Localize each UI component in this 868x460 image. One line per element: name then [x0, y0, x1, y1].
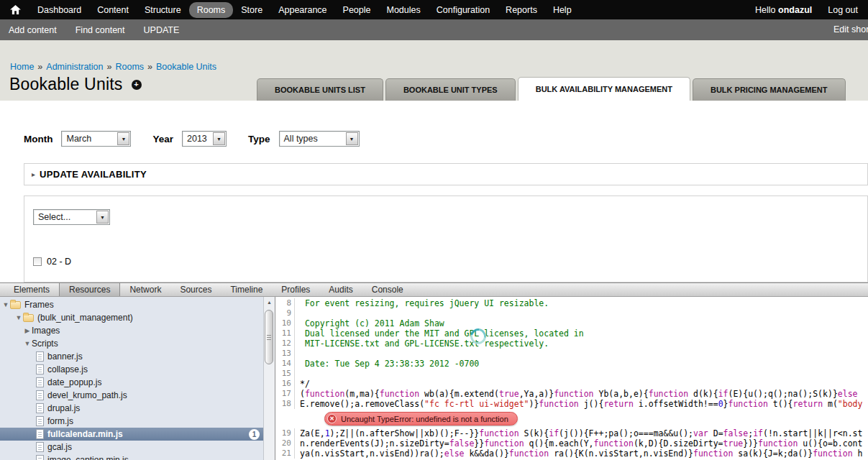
source-viewer[interactable]: 8 For event resizing, requires jQuery UI…: [275, 297, 868, 460]
tree-item--bulk-unit-management-[interactable]: ▼(bulk_unit_management): [0, 311, 264, 324]
tree-item-gcal-js[interactable]: gcal.js: [0, 441, 264, 454]
devtools-tab-profiles[interactable]: Profiles: [272, 283, 319, 296]
tree-item-image-caption-min-js[interactable]: image_caption.min.js: [0, 454, 264, 460]
breadcrumb-link-rooms[interactable]: Rooms: [115, 62, 144, 72]
admin-menu-item-configuration[interactable]: Configuration: [429, 2, 498, 18]
devtools-tab-sources[interactable]: Sources: [170, 283, 221, 296]
admin-menu-item-help[interactable]: Help: [545, 2, 580, 18]
devtools-tab-timeline[interactable]: Timeline: [221, 283, 272, 296]
tree-item-form-js[interactable]: form.js: [0, 415, 264, 428]
comment-text: For event resizing, requires jQuery UI r…: [300, 298, 549, 308]
disclosure-expanded-icon[interactable]: ▼: [1, 301, 10, 308]
comment-text: Copyright (c) 2011 Adam Shaw: [300, 318, 444, 328]
admin-menu-item-store[interactable]: Store: [233, 2, 270, 18]
admin-menu-item-people[interactable]: People: [335, 2, 379, 18]
line-number: 21: [275, 448, 295, 459]
line-number: 20: [275, 438, 295, 448]
logout-link[interactable]: Log out: [828, 5, 858, 15]
disclosure-expanded-icon[interactable]: ▼: [23, 340, 32, 347]
tree-item-label: gcal.js: [47, 442, 72, 452]
select-value: 2013: [187, 134, 207, 144]
tree-item-scripts[interactable]: ▼Scripts: [0, 337, 264, 350]
tree-item-drupal-js[interactable]: drupal.js: [0, 402, 264, 415]
tree-item-images[interactable]: ▶Images: [0, 324, 264, 337]
breadcrumb-link-administration[interactable]: Administration: [46, 62, 103, 72]
tree-item-fullcalendar-min-js[interactable]: fullcalendar.min.js1: [0, 428, 264, 441]
shortcut-add-content[interactable]: Add content: [9, 25, 57, 35]
filter-row: MonthMarch▼Year2013▼TypeAll types▼: [24, 131, 360, 147]
error-bubble: ✕Uncaught TypeError: undefined is not a …: [324, 412, 518, 426]
filter-select-month[interactable]: March▼: [61, 131, 131, 147]
tab-bookable-units-list[interactable]: BOOKABLE UNITS LIST: [257, 78, 383, 101]
disclosure-collapsed-icon[interactable]: ▶: [23, 327, 32, 334]
breadcrumb-separator: »: [104, 62, 116, 72]
devtools-tab-audits[interactable]: Audits: [319, 283, 362, 296]
source-line: 9: [275, 308, 868, 318]
line-number: 19: [275, 428, 295, 438]
tree-item-label: devel_krumo_path.js: [47, 390, 127, 400]
tree-item-collapse-js[interactable]: collapse.js: [0, 363, 264, 376]
devtools-tab-network[interactable]: Network: [120, 283, 170, 296]
dropdown-arrow-icon[interactable]: ▼: [213, 132, 225, 145]
scrollbar-up-arrow[interactable]: ▲: [264, 297, 275, 307]
admin-menu-item-reports[interactable]: Reports: [498, 2, 545, 18]
file-icon: [36, 416, 44, 426]
line-number: 15: [275, 369, 295, 379]
update-availability-label[interactable]: UPDATE AVAILABILITY: [40, 169, 147, 180]
dropdown-arrow-icon[interactable]: ▼: [96, 211, 109, 224]
admin-menu-item-rooms[interactable]: Rooms: [189, 2, 234, 18]
admin-menu-item-structure[interactable]: Structure: [137, 2, 189, 18]
devtools-tab-console[interactable]: Console: [362, 283, 413, 296]
dropdown-arrow-icon[interactable]: ▼: [346, 132, 358, 145]
tree-item-label: date_popup.js: [47, 377, 101, 387]
devtools-tab-resources[interactable]: Resources: [59, 283, 120, 296]
source-line: 10 Copyright (c) 2011 Adam Shaw: [275, 318, 868, 328]
filter-select-type[interactable]: All types▼: [279, 131, 360, 147]
update-availability-fieldset[interactable]: ▸ UPDATE AVAILABILITY: [24, 163, 868, 185]
tree-item-label: Images: [32, 326, 60, 336]
line-content: [295, 349, 300, 359]
devtools-resources-sidebar: ▼Frames▼(bulk_unit_management)▶Images▼Sc…: [0, 297, 275, 460]
tab-bulk-pricing-management[interactable]: BULK PRICING MANAGEMENT: [693, 78, 846, 101]
line-content: [295, 369, 300, 379]
collapse-triangle-icon: ▸: [32, 170, 35, 178]
line-number: 17: [275, 389, 295, 399]
tree-item-devel-krumo-path-js[interactable]: devel_krumo_path.js: [0, 389, 264, 402]
disclosure-expanded-icon[interactable]: ▼: [14, 314, 23, 321]
line-content: For event resizing, requires jQuery UI r…: [295, 298, 549, 308]
breadcrumb-link-bookable-units[interactable]: Bookable Units: [156, 62, 216, 72]
dropdown-arrow-icon[interactable]: ▼: [117, 132, 129, 145]
line-content: ya(n.visStart,n.visEnd))ra();else k&&da(…: [295, 448, 862, 459]
home-icon[interactable]: [10, 5, 21, 14]
filter-select-year[interactable]: 2013▼: [182, 131, 227, 147]
admin-menu-item-modules[interactable]: Modules: [379, 2, 429, 18]
source-line: 11 Dual licensed under the MIT and GPL l…: [275, 328, 868, 339]
scrollbar-thumb[interactable]: [265, 310, 273, 364]
tree-item-label: form.js: [47, 416, 73, 426]
admin-menu-item-dashboard[interactable]: Dashboard: [29, 2, 89, 18]
title-row: Bookable Units +: [9, 75, 142, 94]
edit-shortcuts-link[interactable]: Edit shortcuts: [833, 24, 868, 34]
breadcrumb-separator: »: [34, 62, 46, 72]
tree-item-banner-js[interactable]: banner.js: [0, 350, 264, 363]
source-line: 15: [275, 369, 868, 379]
unit-checkbox[interactable]: [33, 257, 42, 266]
sidebar-scrollbar[interactable]: ▲: [263, 297, 275, 460]
admin-toolbar: DashboardContentStructureRoomsStoreAppea…: [0, 0, 868, 19]
tree-item-date-popup-js[interactable]: date_popup.js: [0, 376, 264, 389]
shortcut-find-content[interactable]: Find content: [76, 25, 125, 35]
admin-menu-item-appearance[interactable]: Appearance: [270, 2, 334, 18]
tab-bookable-unit-types[interactable]: BOOKABLE UNIT TYPES: [385, 78, 516, 101]
unit-select[interactable]: Select... ▼: [33, 209, 110, 225]
filter-label-type: Type: [248, 134, 270, 144]
admin-menu-item-content[interactable]: Content: [89, 2, 137, 18]
devtools-tab-elements[interactable]: Elements: [4, 283, 59, 296]
breadcrumb-link-home[interactable]: Home: [10, 62, 34, 72]
error-message: Uncaught TypeError: undefined is not a f…: [341, 415, 508, 423]
shortcut-update[interactable]: UPDATE: [144, 25, 180, 35]
tab-bulk-availability-management[interactable]: BULK AVAILABILITY MANAGEMENT: [518, 77, 690, 101]
tree-item-frames[interactable]: ▼Frames: [0, 298, 264, 311]
contextual-add-icon[interactable]: +: [132, 80, 142, 90]
tree-item-label: image_caption.min.js: [47, 455, 129, 460]
devtools-panel: ElementsResourcesNetworkSourcesTimelineP…: [0, 282, 868, 460]
